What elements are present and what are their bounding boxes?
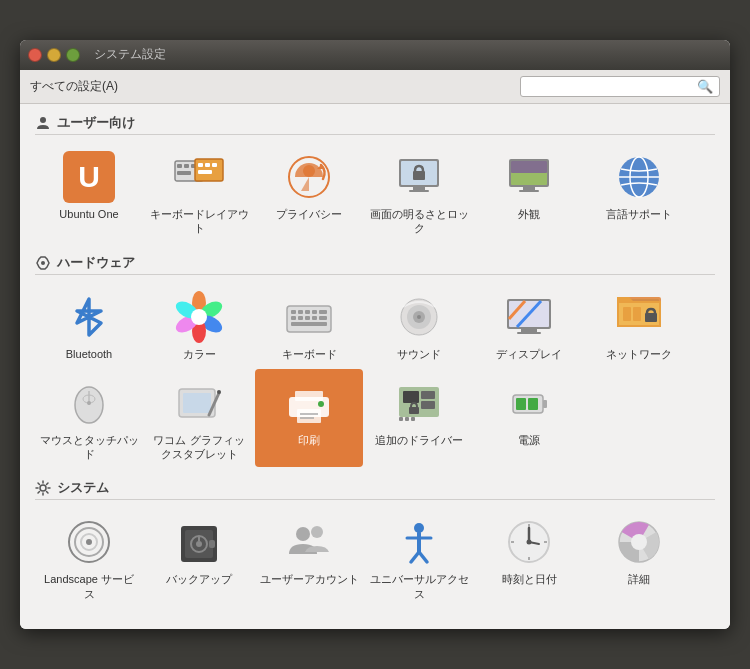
svg-rect-9: [198, 163, 203, 167]
landscape-label: Landscape サービス: [39, 572, 139, 601]
wacom-label: ワコム グラフィックスタブレット: [149, 433, 249, 462]
hardware-items-grid: Bluetooth: [35, 283, 715, 468]
hardware-section-label: ハードウェア: [57, 254, 135, 272]
svg-point-104: [311, 526, 323, 538]
svg-rect-75: [295, 391, 323, 401]
accounts-label: ユーザーアカウント: [260, 572, 359, 586]
svg-rect-86: [405, 417, 409, 421]
item-color[interactable]: カラー: [145, 283, 253, 367]
item-ubuntu-one[interactable]: U Ubuntu One: [35, 143, 143, 242]
item-network[interactable]: ネットワーク: [585, 283, 693, 367]
item-sound[interactable]: サウンド: [365, 283, 473, 367]
mouse-icon: [63, 377, 115, 429]
svg-rect-58: [521, 329, 537, 332]
privacy-icon: [283, 151, 335, 203]
item-keyboard-layout[interactable]: キーボードレイアウト: [145, 143, 253, 242]
item-appearance[interactable]: 外観: [475, 143, 583, 242]
user-section-label: ユーザー向け: [57, 114, 135, 132]
system-section: システム Landscape サービス: [35, 479, 715, 607]
svg-rect-39: [291, 310, 296, 314]
minimize-button[interactable]: [47, 48, 61, 62]
svg-rect-40: [298, 310, 303, 314]
color-label: カラー: [183, 347, 216, 361]
svg-rect-12: [198, 170, 212, 174]
svg-rect-11: [212, 163, 217, 167]
maximize-button[interactable]: [66, 48, 80, 62]
item-drivers[interactable]: 追加のドライバー: [365, 369, 473, 468]
brightness-lock-label: 画面の明るさとロック: [369, 207, 469, 236]
svg-rect-46: [305, 316, 310, 320]
privacy-label: プライバシー: [276, 207, 342, 221]
window-controls: [28, 48, 80, 62]
svg-point-29: [41, 261, 45, 265]
svg-point-14: [303, 165, 315, 177]
system-section-label: システム: [57, 479, 109, 497]
hardware-section: ハードウェア Bluetooth: [35, 254, 715, 468]
brightness-lock-icon: [393, 151, 445, 203]
window-title: システム設定: [94, 46, 722, 63]
sound-icon: [393, 291, 445, 343]
item-privacy[interactable]: プライバシー: [255, 143, 363, 242]
svg-rect-82: [421, 391, 435, 399]
backup-icon: [173, 516, 225, 568]
svg-point-92: [40, 485, 46, 491]
svg-rect-48: [319, 316, 327, 320]
item-bluetooth[interactable]: Bluetooth: [35, 283, 143, 367]
item-print[interactable]: 印刷: [255, 369, 363, 468]
hardware-section-header: ハードウェア: [35, 254, 715, 275]
item-keyboard[interactable]: キーボード: [255, 283, 363, 367]
svg-rect-25: [519, 190, 539, 192]
svg-rect-20: [409, 190, 429, 192]
svg-rect-91: [528, 398, 538, 410]
item-datetime[interactable]: 時刻と日付: [475, 508, 583, 607]
item-brightness-lock[interactable]: 画面の明るさとロック: [365, 143, 473, 242]
language-label: 言語サポート: [606, 207, 672, 221]
item-accounts[interactable]: ユーザーアカウント: [255, 508, 363, 607]
svg-point-0: [40, 117, 46, 123]
appearance-label: 外観: [518, 207, 540, 221]
mouse-touchpad-label: マウスとタッチパッド: [39, 433, 139, 462]
power-label: 電源: [518, 433, 540, 447]
landscape-icon: [63, 516, 115, 568]
ubuntu-one-icon: U: [63, 151, 115, 203]
network-label: ネットワーク: [606, 347, 672, 361]
keyboard-layout-label: キーボードレイアウト: [149, 207, 249, 236]
all-settings-label: すべての設定(A): [30, 78, 118, 95]
item-mouse-touchpad[interactable]: マウスとタッチパッド: [35, 369, 143, 468]
user-items-grid: U Ubuntu One: [35, 143, 715, 242]
appearance-icon: [503, 151, 555, 203]
svg-rect-45: [298, 316, 303, 320]
item-language[interactable]: 言語サポート: [585, 143, 693, 242]
system-items-grid: Landscape サービス: [35, 508, 715, 607]
svg-rect-59: [517, 332, 541, 334]
svg-point-119: [631, 534, 647, 550]
item-wacom[interactable]: ワコム グラフィックスタブレット: [145, 369, 253, 468]
details-label: 詳細: [628, 572, 650, 586]
accounts-icon: [283, 516, 335, 568]
hardware-section-icon: [35, 255, 51, 271]
print-label: 印刷: [298, 433, 320, 447]
svg-point-79: [318, 401, 324, 407]
language-icon: [613, 151, 665, 203]
close-button[interactable]: [28, 48, 42, 62]
svg-point-69: [87, 401, 91, 405]
svg-rect-18: [413, 171, 425, 180]
search-box[interactable]: 🔍: [520, 76, 720, 97]
item-backup[interactable]: バックアップ: [145, 508, 253, 607]
svg-rect-87: [411, 417, 415, 421]
keyboard-layout-icon: [173, 151, 225, 203]
svg-rect-63: [623, 307, 631, 321]
svg-rect-89: [543, 400, 547, 408]
item-display[interactable]: ディスプレイ: [475, 283, 583, 367]
toolbar: すべての設定(A) 🔍: [20, 70, 730, 104]
svg-rect-76: [297, 409, 321, 423]
item-details[interactable]: 詳細: [585, 508, 693, 607]
svg-rect-65: [645, 313, 657, 322]
search-input[interactable]: [527, 79, 697, 93]
svg-rect-41: [305, 310, 310, 314]
backup-label: バックアップ: [166, 572, 232, 586]
item-universal-access[interactable]: ユニバーサルアクセス: [365, 508, 473, 607]
item-landscape[interactable]: Landscape サービス: [35, 508, 143, 607]
svg-rect-5: [184, 164, 189, 168]
item-power[interactable]: 電源: [475, 369, 583, 468]
